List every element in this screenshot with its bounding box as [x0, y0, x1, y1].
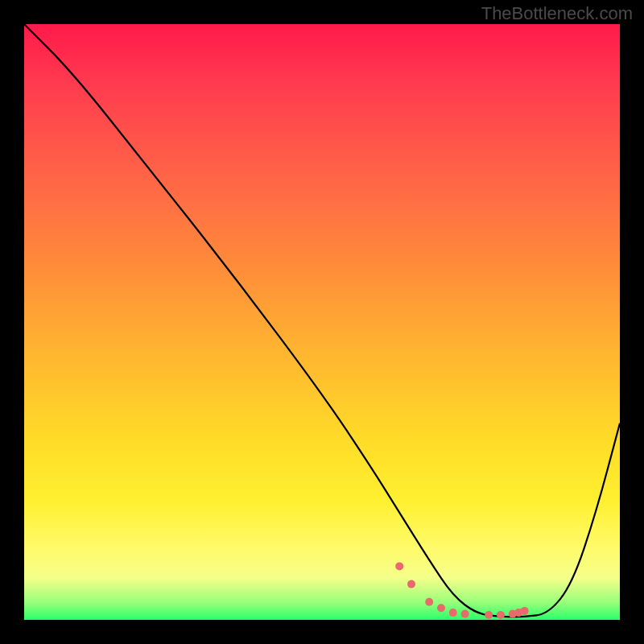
sweet-spot-markers — [395, 562, 528, 619]
marker-dot — [437, 604, 445, 612]
marker-dot — [395, 562, 403, 570]
chart-plot-area — [24, 24, 620, 620]
marker-dot — [425, 598, 433, 606]
marker-dot — [497, 611, 505, 619]
marker-dot — [449, 609, 457, 617]
marker-dot — [521, 607, 529, 615]
chart-svg — [24, 24, 620, 620]
bottleneck-curve — [24, 24, 620, 617]
marker-dot — [485, 611, 493, 619]
watermark-text: TheBottleneck.com — [481, 3, 633, 24]
marker-dot — [461, 610, 469, 618]
marker-dot — [407, 580, 415, 588]
